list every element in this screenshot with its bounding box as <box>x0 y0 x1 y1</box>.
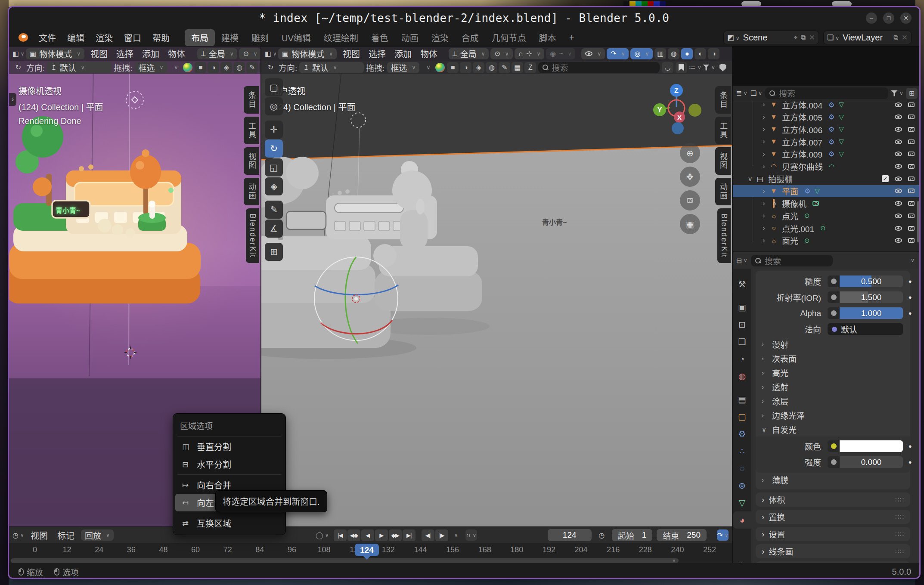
animate-dot[interactable]: • <box>908 276 912 287</box>
timeline-editor[interactable]: ◷ 视图标记 回放 ◯ |◀◀◆◀▶◆▶▶| ◀||▶ ∩ <box>9 526 732 563</box>
play-button[interactable]: ▶ <box>375 529 388 541</box>
xray-toggle[interactable]: ▥ <box>654 48 666 59</box>
prev-frame-button[interactable]: ◀| <box>422 529 434 541</box>
value-slider[interactable]: 1.000 <box>840 307 903 319</box>
hide-eye-icon[interactable] <box>895 152 902 156</box>
shading-rendered-button[interactable]: ◑ <box>708 48 719 59</box>
bookmark-button[interactable] <box>676 62 687 73</box>
direction-selector[interactable]: ↥ 默认 <box>299 62 364 73</box>
playback-sync-chevron[interactable] <box>450 529 461 541</box>
expander-icon[interactable]: › <box>760 125 768 133</box>
next-frame-button[interactable]: |▶ <box>435 529 448 541</box>
shading-solid-button[interactable]: ● <box>681 48 693 59</box>
pan-button[interactable]: ✥ <box>680 167 700 187</box>
modifiers-tab[interactable]: ⚙ <box>733 425 751 443</box>
editor-type-icon[interactable]: ◧ <box>265 48 276 59</box>
workspace-tab[interactable]: 脚本 <box>533 29 563 46</box>
frame-end-field[interactable]: 结束 250 <box>657 529 707 541</box>
hide-eye-icon[interactable] <box>895 189 902 193</box>
properties-options-chevron[interactable] <box>906 255 918 266</box>
tool-options-chevron[interactable] <box>169 62 181 73</box>
outliner-row-摄像机[interactable]: ›摄像机 <box>733 198 921 210</box>
drag-selector[interactable]: 框选 <box>135 62 167 73</box>
expander-icon[interactable]: ∨ <box>746 175 754 183</box>
mode-selector[interactable]: ▣ 物体模式 <box>26 48 84 59</box>
outliner-row-贝塞尔曲线[interactable]: ›◠贝塞尔曲线◠ <box>733 161 921 173</box>
outliner-scrollbar[interactable] <box>917 201 919 242</box>
section-header[interactable]: ›边缘光泽 <box>756 408 910 422</box>
animate-dot[interactable]: • <box>908 441 912 452</box>
menu-item-swap-areas[interactable]: ⇄互换区域 <box>175 514 283 532</box>
orbit-icon[interactable]: ↻ <box>12 62 24 73</box>
hide-eye-icon[interactable] <box>895 214 902 218</box>
visibility-selector[interactable] <box>581 48 605 59</box>
sidebar-tab[interactable]: BlenderKit <box>246 208 259 263</box>
properties-editor-icon[interactable]: ⊟ <box>736 255 747 266</box>
close-button[interactable]: ✕ <box>900 12 912 24</box>
modifier-wrench-icon[interactable]: ⚙ <box>828 150 834 158</box>
outliner-filter-button[interactable] <box>891 88 903 99</box>
drag-grip-icon[interactable]: ∷∷ <box>895 548 904 555</box>
timeline-menu[interactable]: 标记 <box>53 529 79 542</box>
scene-icon[interactable]: ◩ <box>727 33 740 42</box>
sidebar-tab[interactable]: 视图 <box>244 147 259 175</box>
annotate-tool[interactable]: ✎ <box>265 201 283 219</box>
viewport-menu[interactable]: 物体 <box>164 47 189 60</box>
workspace-tab[interactable]: UV编辑 <box>275 29 317 46</box>
collapsed-panel[interactable]: ›设置 ∷∷ <box>756 527 910 541</box>
properties-search-input[interactable]: 搜索 <box>751 255 833 266</box>
expander-icon[interactable]: › <box>760 163 768 170</box>
overlays-toggle[interactable]: ◎ <box>630 48 653 59</box>
hide-eye-icon[interactable] <box>895 139 902 144</box>
decorator-button[interactable] <box>828 456 840 468</box>
workspace-tab[interactable]: 布局 <box>185 29 215 46</box>
workspace-tab[interactable]: 渲染 <box>425 29 455 46</box>
timeline-sync-button[interactable]: ↷ <box>717 529 729 541</box>
outliner-row-立方体.005[interactable]: ›▼立方体.005⚙▽ <box>733 111 921 123</box>
modifier-wrench-icon[interactable]: ⚙ <box>804 187 810 195</box>
physics-tab[interactable]: ◌ <box>733 460 751 477</box>
menu-item-horizontal-split[interactable]: ⊟水平分割 <box>175 455 283 473</box>
shading-wireframe-button[interactable]: ◍ <box>668 48 679 59</box>
play-reverse-button[interactable]: ◀ <box>361 529 374 541</box>
sidebar-tab[interactable]: 动画 <box>244 178 259 205</box>
brush-assets-button[interactable]: ✎ <box>499 62 510 73</box>
jump-to-end-button[interactable]: ▶| <box>403 529 415 541</box>
move-tool[interactable]: ✛ <box>265 121 283 139</box>
expander-icon[interactable]: › <box>760 113 768 121</box>
hide-eye-icon[interactable] <box>895 164 902 169</box>
current-frame-field[interactable]: 124 <box>548 529 592 541</box>
material-tab[interactable]: ◕ <box>733 511 751 529</box>
outliner-row-立方体.009[interactable]: ›▼立方体.009⚙▽ <box>733 148 921 160</box>
pin-icon[interactable]: ⌖ <box>794 34 797 41</box>
workspace-tab[interactable]: 着色 <box>365 29 395 46</box>
viewport-menu[interactable]: 选择 <box>112 47 138 60</box>
material-assets-button[interactable]: ◑ <box>208 62 219 73</box>
proportional-edit[interactable]: ◉~ <box>546 48 575 59</box>
prev-keyframe-button[interactable]: ◀◆ <box>347 529 360 541</box>
render-visibility-icon[interactable] <box>908 115 915 119</box>
decorator-button[interactable] <box>828 275 840 287</box>
orientation-selector[interactable]: ⟂ 全局 <box>197 48 238 59</box>
tool-options-chevron[interactable] <box>422 62 433 73</box>
hide-eye-icon[interactable] <box>895 201 902 206</box>
section-header[interactable]: ›高光 <box>756 365 910 380</box>
modifier-wrench-icon[interactable]: ⚙ <box>828 138 834 146</box>
navigation-gizmo[interactable]: Z Y X <box>649 81 704 135</box>
topbar-menu[interactable]: 渲染 <box>90 30 118 46</box>
section-header[interactable]: ›漫射 <box>756 337 910 351</box>
sidebar-tab[interactable]: 工具 <box>715 117 731 144</box>
section-header[interactable]: ›涂层 <box>756 394 910 408</box>
workspace-tab[interactable]: 动画 <box>395 29 425 46</box>
jump-to-start-button[interactable]: |◀ <box>334 529 347 541</box>
expander-icon[interactable]: › <box>760 138 768 145</box>
sidebar-tab[interactable]: 条目 <box>244 86 259 114</box>
constraints-tab[interactable]: ⊚ <box>733 477 751 494</box>
collapsed-panel[interactable]: ›线条画 ∷∷ <box>756 544 910 558</box>
zoom-button[interactable]: ⊕ <box>680 143 700 163</box>
measure-tool[interactable]: ∡ <box>265 220 283 238</box>
workspace-tab[interactable]: 合成 <box>455 29 485 46</box>
stopwatch-icon[interactable]: ◷ <box>596 529 608 541</box>
scene-assets-button[interactable]: ◍ <box>233 62 245 73</box>
expander-icon[interactable]: › <box>760 150 768 158</box>
